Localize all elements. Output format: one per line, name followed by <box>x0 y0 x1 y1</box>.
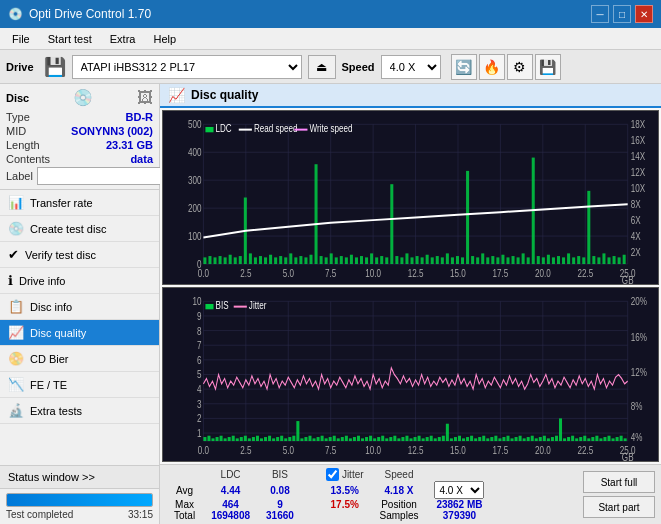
svg-rect-114 <box>552 257 555 264</box>
svg-rect-212 <box>313 438 316 441</box>
menu-start-test[interactable]: Start test <box>40 31 100 47</box>
speed-select-stat[interactable]: 4.0 X <box>434 481 484 499</box>
fe-te-label: FE / TE <box>30 379 67 391</box>
svg-rect-206 <box>288 437 291 441</box>
sidebar-item-extra-tests[interactable]: 🔬 Extra tests <box>0 398 159 424</box>
sidebar-item-cd-bier[interactable]: 📀 CD Bier <box>0 346 159 372</box>
menu-file[interactable]: File <box>4 31 38 47</box>
svg-rect-207 <box>292 436 295 441</box>
sidebar-item-fe-te[interactable]: 📉 FE / TE <box>0 372 159 398</box>
svg-rect-195 <box>244 436 247 441</box>
drive-select[interactable]: ATAPI iHBS312 2 PL17 <box>72 55 302 79</box>
svg-text:12.5: 12.5 <box>408 267 424 279</box>
menu-extra[interactable]: Extra <box>102 31 144 47</box>
svg-text:8: 8 <box>197 324 201 336</box>
svg-rect-235 <box>405 436 408 441</box>
svg-rect-229 <box>381 436 384 441</box>
maximize-button[interactable]: □ <box>613 5 631 23</box>
svg-rect-256 <box>490 437 493 441</box>
jitter-checkbox[interactable] <box>326 468 339 481</box>
svg-rect-58 <box>269 255 272 264</box>
minimize-button[interactable]: ─ <box>591 5 609 23</box>
stats-table: LDC BIS Jitter Speed <box>166 468 575 521</box>
svg-rect-77 <box>365 257 368 264</box>
svg-rect-222 <box>353 437 356 441</box>
label-input[interactable] <box>37 167 170 185</box>
start-part-button[interactable]: Start part <box>583 496 655 518</box>
svg-text:8%: 8% <box>631 400 643 412</box>
svg-rect-70 <box>330 253 333 264</box>
svg-text:17.5: 17.5 <box>493 267 509 279</box>
svg-text:Read speed: Read speed <box>254 122 298 134</box>
svg-rect-251 <box>470 436 473 441</box>
sidebar-item-create-test-disc[interactable]: 💿 Create test disc <box>0 216 159 242</box>
sidebar-item-disc-info[interactable]: 📋 Disc info <box>0 294 159 320</box>
max-empty <box>302 499 318 510</box>
start-full-button[interactable]: Start full <box>583 471 655 493</box>
settings-button[interactable]: ⚙ <box>507 54 533 80</box>
contents-label: Contents <box>6 153 50 165</box>
svg-rect-278 <box>579 437 582 441</box>
svg-text:5.0: 5.0 <box>283 444 294 456</box>
refresh-button[interactable]: 🔄 <box>451 54 477 80</box>
eject-button[interactable]: ⏏ <box>308 55 336 79</box>
svg-rect-199 <box>260 438 263 441</box>
svg-rect-57 <box>264 257 267 264</box>
disc-quality-icon: 📈 <box>8 325 24 340</box>
svg-text:20%: 20% <box>631 295 648 307</box>
speed-select[interactable]: 4.0 X <box>381 55 441 79</box>
close-button[interactable]: ✕ <box>635 5 653 23</box>
burn-button[interactable]: 🔥 <box>479 54 505 80</box>
progress-bar-outer <box>6 493 153 507</box>
samples-value: 379390 <box>426 510 492 521</box>
svg-rect-254 <box>482 436 485 441</box>
svg-rect-259 <box>502 437 505 441</box>
svg-text:2X: 2X <box>631 246 641 258</box>
type-value: BD-R <box>126 111 154 123</box>
menu-bar: File Start test Extra Help <box>0 28 661 50</box>
svg-rect-113 <box>547 255 550 264</box>
app-title: Opti Drive Control 1.70 <box>29 7 151 21</box>
svg-rect-247 <box>454 437 457 441</box>
svg-text:5.0: 5.0 <box>283 267 294 279</box>
svg-rect-191 <box>228 437 231 441</box>
svg-rect-233 <box>397 438 400 441</box>
svg-text:200: 200 <box>188 202 201 214</box>
svg-rect-288 <box>620 436 623 441</box>
svg-rect-59 <box>274 257 277 264</box>
sidebar-item-verify-test-disc[interactable]: ✔ Verify test disc <box>0 242 159 268</box>
nav-items: 📊 Transfer rate 💿 Create test disc ✔ Ver… <box>0 190 159 465</box>
svg-text:3: 3 <box>197 398 201 410</box>
max-ldc: 464 <box>203 499 258 510</box>
menu-help[interactable]: Help <box>145 31 184 47</box>
svg-rect-226 <box>369 436 372 441</box>
svg-rect-203 <box>276 437 279 441</box>
extra-tests-icon: 🔬 <box>8 403 24 418</box>
svg-rect-186 <box>207 436 210 441</box>
svg-rect-223 <box>357 436 360 441</box>
svg-rect-67 <box>315 164 318 264</box>
sidebar-item-disc-quality[interactable]: 📈 Disc quality <box>0 320 159 346</box>
svg-rect-79 <box>375 257 378 264</box>
svg-rect-290 <box>205 304 213 309</box>
sidebar-item-drive-info[interactable]: ℹ Drive info <box>0 268 159 294</box>
total-bis: 31660 <box>258 510 302 521</box>
verify-test-disc-label: Verify test disc <box>25 249 96 261</box>
svg-text:22.5: 22.5 <box>577 444 593 456</box>
svg-rect-270 <box>547 438 550 441</box>
sidebar-item-transfer-rate[interactable]: 📊 Transfer rate <box>0 190 159 216</box>
svg-rect-269 <box>543 436 546 441</box>
status-window-button[interactable]: Status window >> <box>0 466 159 489</box>
svg-rect-69 <box>325 257 328 264</box>
svg-rect-107 <box>517 257 520 264</box>
svg-rect-282 <box>595 436 598 441</box>
verify-test-disc-icon: ✔ <box>8 247 19 262</box>
save-button[interactable]: 💾 <box>535 54 561 80</box>
svg-rect-239 <box>422 438 425 441</box>
svg-rect-52 <box>239 256 242 264</box>
svg-rect-209 <box>300 438 303 441</box>
avg-row: Avg 4.44 0.08 13.5% 4.18 X 4.0 X <box>166 481 492 499</box>
svg-rect-64 <box>299 256 302 264</box>
svg-rect-116 <box>562 257 565 264</box>
svg-rect-123 <box>597 257 600 264</box>
